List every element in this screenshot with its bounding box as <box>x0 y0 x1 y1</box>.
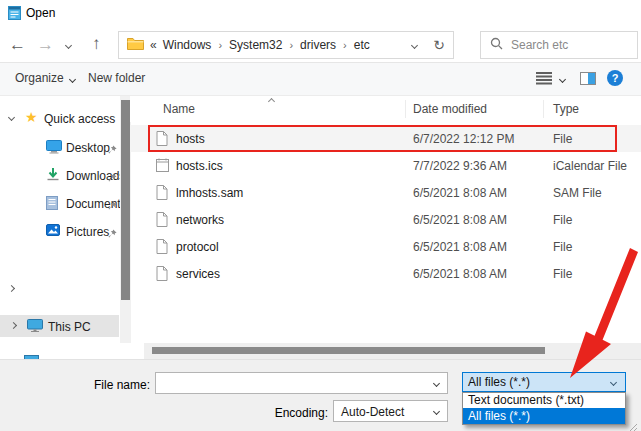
table-row[interactable]: protocol 6/5/2021 8:08 AM File <box>130 233 641 260</box>
address-bar[interactable]: « Windows›System32›drivers›etc ↻ <box>118 31 454 59</box>
search-placeholder: Search etc <box>511 38 568 52</box>
file-name: lmhosts.sam <box>176 186 243 200</box>
breadcrumb-item[interactable]: drivers <box>300 38 336 52</box>
address-dropdown-chevron-icon[interactable] <box>411 41 418 48</box>
file-name-label: File name: <box>60 378 150 392</box>
preview-pane-icon[interactable] <box>580 72 596 88</box>
file-type: SAM File <box>553 186 602 200</box>
file-type: iCalendar File <box>553 159 627 173</box>
file-date-modified: 7/7/2022 9:36 AM <box>413 159 507 173</box>
desktop-icon <box>46 140 62 157</box>
file-date-modified: 6/5/2021 8:08 AM <box>413 240 507 254</box>
folder-icon <box>127 37 144 53</box>
sidebar-scrollbar-thumb[interactable] <box>121 100 130 300</box>
file-name: networks <box>176 213 224 227</box>
refresh-icon[interactable]: ↻ <box>433 37 445 53</box>
pin-icon <box>108 171 117 185</box>
table-row[interactable]: lmhosts.sam 6/5/2021 8:08 AM SAM File <box>130 179 641 206</box>
file-date-modified: 6/5/2021 8:08 AM <box>413 213 507 227</box>
back-button[interactable]: ← <box>9 36 26 53</box>
view-mode-icon[interactable] <box>536 72 552 88</box>
file-type: File <box>553 267 572 281</box>
title-bar: Open <box>0 0 641 26</box>
resize-grip[interactable] <box>630 421 638 431</box>
file-type: File <box>553 240 572 254</box>
file-type-value: All files (*.*) <box>468 375 530 389</box>
this-pc-label: This PC <box>48 320 91 334</box>
file-name: protocol <box>176 240 219 254</box>
file-icon <box>156 185 168 203</box>
documents-icon <box>46 196 58 213</box>
annotation-highlight-rect <box>148 125 617 152</box>
file-icon <box>156 212 168 230</box>
organize-button[interactable]: Organize <box>15 71 64 85</box>
option-all-files[interactable]: All files (*.*) <box>463 408 625 424</box>
pin-icon <box>108 143 117 157</box>
this-pc-icon <box>27 319 43 336</box>
pin-icon <box>108 199 117 213</box>
column-header-name[interactable]: Name <box>163 102 195 116</box>
file-icon <box>156 239 168 257</box>
breadcrumb-overflow[interactable]: « <box>150 38 157 52</box>
table-row[interactable]: networks 6/5/2021 8:08 AM File <box>130 206 641 233</box>
column-separator <box>405 100 406 118</box>
quick-access-expand-chevron-icon[interactable] <box>8 114 15 121</box>
new-folder-button[interactable]: New folder <box>88 71 145 85</box>
sidebar-item-quick-access[interactable]: Quick access <box>44 112 115 126</box>
sidebar-item-desktop[interactable]: Desktop <box>66 141 110 155</box>
sidebar-item-documents[interactable]: Documents <box>66 197 127 211</box>
file-name-input[interactable] <box>155 372 448 394</box>
search-box[interactable]: Search etc <box>480 31 638 59</box>
notepad-icon <box>8 5 21 23</box>
sidebar-item-pictures[interactable]: Pictures <box>66 225 109 239</box>
file-name: services <box>176 267 220 281</box>
file-type: File <box>553 213 572 227</box>
up-button[interactable]: ↑ <box>92 35 101 52</box>
file-date-modified: 6/5/2021 8:08 AM <box>413 186 507 200</box>
quick-access-star-icon: ★ <box>25 109 38 125</box>
table-row[interactable]: hosts.ics 7/7/2022 9:36 AM iCalendar Fil… <box>130 152 641 179</box>
pin-icon <box>108 227 117 241</box>
collapsed-item-chevron-icon[interactable] <box>8 285 15 292</box>
option-text-documents[interactable]: Text documents (*.txt) <box>463 393 625 408</box>
file-name: hosts.ics <box>176 159 223 173</box>
search-icon <box>490 37 503 53</box>
breadcrumb-separator-icon: › <box>343 39 347 51</box>
file-icon <box>156 266 168 284</box>
breadcrumb: Windows›System32›drivers›etc <box>163 38 370 52</box>
horizontal-scrollbar-thumb[interactable] <box>152 347 545 354</box>
breadcrumb-separator-icon: › <box>289 39 293 51</box>
column-separator <box>543 100 544 118</box>
breadcrumb-item[interactable]: etc <box>354 38 370 52</box>
breadcrumb-item[interactable]: Windows <box>163 38 212 52</box>
encoding-label: Encoding: <box>248 406 328 420</box>
column-header-type[interactable]: Type <box>553 102 579 116</box>
file-date-modified: 6/5/2021 8:08 AM <box>413 267 507 281</box>
file-type-dropdown-list: Text documents (*.txt) All files (*.*) <box>462 392 626 425</box>
window-title: Open <box>26 6 55 20</box>
forward-button[interactable]: → <box>37 36 54 53</box>
pictures-icon <box>46 224 60 239</box>
table-row[interactable]: services 6/5/2021 8:08 AM File <box>130 260 641 287</box>
encoding-value: Auto-Detect <box>341 405 404 419</box>
help-button[interactable]: ? <box>607 70 623 86</box>
calendar-file-icon <box>156 158 169 175</box>
downloads-icon <box>46 167 60 184</box>
column-header-date-modified[interactable]: Date modified <box>413 102 487 116</box>
breadcrumb-item[interactable]: System32 <box>229 38 282 52</box>
breadcrumb-separator-icon: › <box>218 39 222 51</box>
